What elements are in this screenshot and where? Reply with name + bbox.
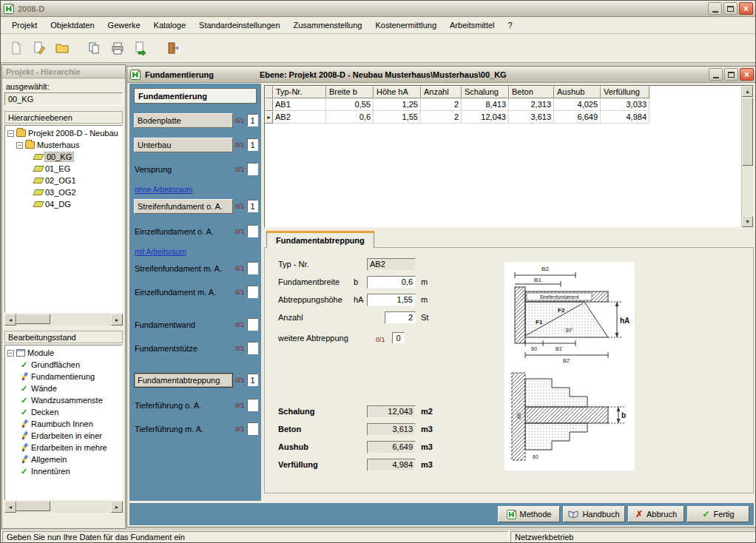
tab-fundamentabtreppung[interactable]: Fundamentabtreppung [266,231,374,248]
tree-item-02-og1[interactable]: 02_OG1 [5,175,122,186]
menu-kataloge[interactable]: Kataloge [147,18,192,32]
item-count-box[interactable] [247,318,258,331]
module-item[interactable]: Raumbuch Innen [5,418,122,430]
item-count-box[interactable] [247,163,258,175]
new-button[interactable] [7,38,26,58]
scroll-left-icon[interactable]: ◄ [4,501,16,513]
tree-item-01-eg[interactable]: 01_EG [5,163,122,175]
module-item[interactable]: ✓Wandzusammenste [5,394,122,406]
row-marker[interactable]: ► [265,111,273,124]
menu-gewerke[interactable]: Gewerke [101,18,147,32]
hierarchy-hscrollbar[interactable]: ◄ ► [4,314,123,326]
module-item[interactable]: Fundamentierung [5,371,122,382]
fundamentbreite-input[interactable]: 0,6 [367,276,416,289]
copy-button[interactable] [85,38,104,58]
module-item[interactable]: Allgemein [5,453,122,465]
tree-item-musterhaus[interactable]: − Musterhaus [5,139,122,151]
table-vscrollbar[interactable]: ▲ ▼ [741,86,753,227]
menu-kostenermittlung[interactable]: Kostenermittlung [368,18,443,32]
item-count-box[interactable]: 1 [247,200,258,212]
einzelfundament-ma-button[interactable]: Einzelfundament m. A. [135,285,216,300]
tree-item-project[interactable]: − Projekt 2008-D - Neubau [5,127,122,139]
column-header[interactable]: Aushub [554,86,601,98]
fundamentstuetze-button[interactable]: Fundamentstütze [135,341,198,356]
item-count-box[interactable]: 1 [247,374,258,386]
tieferfuehrung-oa-button[interactable]: Tieferführung o. A. [135,398,201,413]
handbuch-button[interactable]: Handbuch [563,506,625,522]
scroll-thumb[interactable] [742,98,753,166]
fundamentwand-button[interactable]: Fundamentwand [135,317,195,332]
fundamentabtreppung-button[interactable]: Fundamentabtreppung [134,373,233,388]
close-button[interactable]: × [739,2,753,15]
table-row-selected[interactable]: ► AB2 0,6 1,55 2 12,043 3,613 6,649 4,98… [265,111,741,124]
folder-button[interactable] [53,38,72,58]
modules-hscrollbar[interactable]: ◄ ► [4,501,123,513]
streifenfundament-ma-button[interactable]: Streifenfundament m. A. [135,261,222,276]
collapse-icon[interactable]: − [7,130,14,137]
mdi-minimize-button[interactable] [709,68,723,81]
item-count-box[interactable] [247,422,258,435]
export-button[interactable] [131,38,150,58]
menu-help[interactable]: ? [502,18,519,32]
column-header[interactable]: Schalung [462,86,509,98]
abbruch-button[interactable]: ✗ Abbruch [628,506,684,522]
mdi-close-button[interactable]: × [740,68,754,81]
module-item[interactable]: ✓Grundflächen [5,359,122,371]
abtreppungshoehe-input[interactable]: 1,55 [367,294,416,306]
open-button[interactable] [30,38,49,58]
tree-item-00-kg[interactable]: 00_KG [5,151,122,163]
maximize-button[interactable] [723,2,738,15]
table-row[interactable]: AB1 0,55 1,25 2 8,413 2,313 4,025 3,033 [265,98,741,111]
menu-arbeitsmittel[interactable]: Arbeitsmittel [443,18,502,32]
scroll-up-icon[interactable]: ▲ [742,86,753,97]
menu-standardeinstellungen[interactable]: Standardeinstellungen [192,18,286,32]
mdi-restore-button[interactable] [724,68,738,81]
column-header[interactable]: Anzahl [421,86,462,98]
minimize-button[interactable] [708,2,722,15]
column-header[interactable]: Höhe hA [374,86,421,98]
module-item[interactable]: ✓Wände [5,382,122,394]
tree-item-03-og2[interactable]: 03_OG2 [5,186,122,198]
module-item[interactable]: Erdarbeiten in mehre [5,442,122,453]
scroll-thumb[interactable] [16,501,50,511]
fertig-button[interactable]: ✓ Fertig [687,506,749,522]
module-item[interactable]: Erdarbeiten in einer [5,430,122,442]
column-header[interactable]: Beton [509,86,554,98]
tree-item-04-dg[interactable]: 04_DG [5,198,122,210]
bodenplatte-button[interactable]: Bodenplatte [134,113,233,128]
item-count-box[interactable] [247,286,258,298]
unterbau-button[interactable]: Unterbau [134,138,233,152]
versprung-button[interactable]: Versprung [135,162,172,177]
item-count-box[interactable]: 1 [247,114,258,127]
item-count-box[interactable] [247,399,258,411]
anzahl-input[interactable]: 2 [385,311,416,324]
scroll-down-icon[interactable]: ▼ [742,216,753,227]
methode-button[interactable]: Methode [498,506,560,522]
menu-zusammenstellung[interactable]: Zusammenstellung [287,18,369,32]
item-count-box[interactable] [247,225,258,237]
row-marker[interactable] [265,98,273,111]
streifenfundament-oa-button[interactable]: Streifenfundament o. A. [134,199,233,214]
weitere-abtreppung-input[interactable]: 0 [392,332,405,344]
scroll-left-icon[interactable]: ◄ [4,314,16,326]
module-item[interactable]: ✓Innentüren [5,465,122,477]
item-count-box[interactable] [247,262,258,274]
collapse-icon[interactable]: − [16,142,23,149]
scroll-thumb[interactable] [16,314,50,324]
tieferfuehrung-ma-button[interactable]: Tieferführung m. A. [135,422,203,436]
menu-objektdaten[interactable]: Objektdaten [44,18,101,32]
exit-button[interactable] [163,38,183,58]
scroll-right-icon[interactable]: ► [111,501,123,513]
tree-item-module-root[interactable]: − Module [5,347,122,359]
einzelfundament-oa-button[interactable]: Einzelfundament o. A. [135,224,214,239]
column-header[interactable]: Verfüllung [601,86,649,98]
column-header[interactable]: Typ-Nr. [273,86,326,98]
print-button[interactable] [108,38,127,58]
item-count-box[interactable] [247,342,258,354]
column-header[interactable]: Breite b [326,86,374,98]
module-item[interactable]: ✓Decken [5,406,122,418]
scroll-right-icon[interactable]: ► [111,314,123,326]
item-count-box[interactable]: 1 [247,138,258,151]
menu-projekt[interactable]: Projekt [5,18,44,32]
collapse-icon[interactable]: − [7,350,14,357]
